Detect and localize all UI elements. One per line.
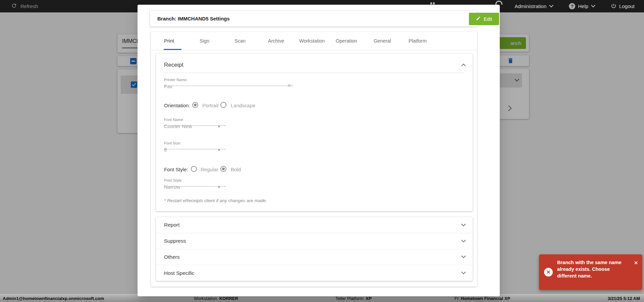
chevron-down-icon: [549, 5, 553, 8]
font-name-label: Font Name: [164, 118, 183, 122]
teller-platform-value: XP: [366, 296, 371, 301]
workstation-value: KORRER: [219, 296, 238, 301]
refresh-label: Refresh: [20, 3, 38, 9]
section-others-label: Others: [164, 254, 461, 260]
modal-title: Branch: IMMCHAND5 Settings: [157, 16, 230, 21]
branch-settings-modal: Branch: IMMCHAND5 Settings Edit Print Si…: [138, 5, 500, 296]
radio-landscape-label: Landscape: [231, 103, 255, 108]
tab-print[interactable]: Print: [164, 32, 174, 50]
radio-bold-label: Bold: [231, 167, 241, 172]
restart-note: * Restart eReceipts client if any change…: [164, 198, 267, 203]
status-user: Admin1@hometownfinancialxp.onmicrosoft.c…: [3, 296, 104, 301]
help-menu[interactable]: ? Help: [569, 3, 595, 9]
status-datetime: 3/21/25 5:12 AM: [608, 296, 640, 301]
field-underline: [164, 186, 226, 187]
print-style-label: Print Style: [164, 178, 181, 182]
fi-value: Hometown Financial XP: [461, 296, 510, 301]
tab-platform[interactable]: Platform: [409, 32, 427, 50]
field-underline: [164, 149, 226, 149]
radio-landscape: [220, 102, 226, 108]
logout-button[interactable]: Logout: [611, 3, 635, 10]
administration-label: Administration: [515, 3, 546, 9]
section-suppress[interactable]: Suppress: [156, 233, 473, 249]
teller-platform-label: Teller Platform:: [335, 296, 366, 301]
error-icon: ✕: [544, 268, 553, 277]
printer-name-label: Printer Name: [164, 78, 187, 82]
section-report[interactable]: Report: [156, 217, 473, 233]
partial-icon-fragment: [430, 2, 435, 4]
receipt-panel: Receipt Printer Name Fax × Orientation: …: [156, 54, 473, 211]
receipt-section-title[interactable]: Receipt: [164, 62, 183, 68]
status-workstation: Workstation: KORRER: [194, 296, 238, 301]
tab-scan[interactable]: Scan: [234, 32, 246, 50]
modal-header: Branch: IMMCHAND5 Settings: [150, 11, 477, 26]
chevron-up-icon[interactable]: [461, 62, 466, 68]
print-style-value: Narrow: [164, 184, 180, 190]
settings-content-card: Print Sign Scan Archive Workstation Oper…: [151, 32, 477, 287]
radio-regular: [191, 166, 197, 172]
section-report-label: Report: [164, 222, 461, 228]
toast-close-button[interactable]: ✕: [634, 260, 638, 265]
section-host-specific[interactable]: Host Specific: [156, 265, 473, 281]
radio-regular-label: Regular: [201, 167, 218, 172]
field-underline: [164, 125, 226, 126]
tab-operation[interactable]: Operation: [336, 32, 357, 50]
administration-menu[interactable]: Administration: [515, 3, 553, 9]
radio-portrait-label: Portrait: [202, 103, 218, 108]
edit-button[interactable]: Edit: [469, 13, 499, 25]
dropdown-arrow-icon: ▾: [218, 124, 220, 129]
section-others[interactable]: Others: [156, 249, 473, 265]
dropdown-arrow-icon: ▾: [218, 147, 220, 152]
help-label: Help: [578, 3, 588, 9]
orientation-label: Orientation:: [164, 103, 190, 108]
error-toast: ✕ Branch with the same name already exis…: [539, 254, 642, 290]
status-teller-platform: Teller Platform: XP: [335, 296, 372, 301]
tab-general[interactable]: General: [374, 32, 391, 50]
font-style-label: Font Style:: [164, 167, 188, 172]
tab-bar: Print Sign Scan Archive Workstation Oper…: [151, 32, 477, 50]
font-size-label: Font Size: [164, 141, 180, 145]
chevron-down-icon: [461, 255, 466, 258]
edit-button-label: Edit: [484, 16, 492, 22]
section-host-specific-label: Host Specific: [164, 270, 461, 276]
dropdown-arrow-icon: ▾: [218, 185, 220, 189]
divider: [164, 73, 465, 73]
field-underline: [164, 85, 293, 86]
pencil-icon: [476, 16, 481, 22]
active-tab-indicator: [164, 49, 181, 50]
chevron-down-icon: [461, 271, 466, 275]
chevron-down-icon: [461, 240, 466, 243]
tab-sign[interactable]: Sign: [200, 32, 209, 50]
help-icon: ?: [569, 3, 575, 9]
power-icon: [611, 3, 616, 10]
font-name-value: Courier New: [164, 123, 192, 129]
printer-name-value: Fax: [164, 83, 172, 89]
font-size-value: 8: [164, 147, 167, 153]
tab-workstation[interactable]: Workstation: [299, 32, 325, 50]
status-fi: FI: Hometown Financial XP: [454, 296, 510, 301]
tab-archive[interactable]: Archive: [268, 32, 284, 50]
radio-bold: [220, 166, 226, 172]
refresh-icon: [11, 3, 17, 10]
toast-message: Branch with the same name already exists…: [557, 259, 626, 279]
workstation-label: Workstation:: [194, 296, 219, 301]
radio-portrait: [192, 102, 198, 108]
collapsed-sections-panel: Report Suppress Others Host Specific: [156, 217, 473, 281]
chevron-down-icon: [461, 224, 466, 227]
section-suppress-label: Suppress: [164, 238, 461, 244]
fi-label: FI:: [454, 296, 461, 301]
logout-label: Logout: [619, 3, 635, 9]
refresh-button[interactable]: Refresh: [11, 0, 38, 12]
chevron-down-icon: [591, 5, 595, 8]
